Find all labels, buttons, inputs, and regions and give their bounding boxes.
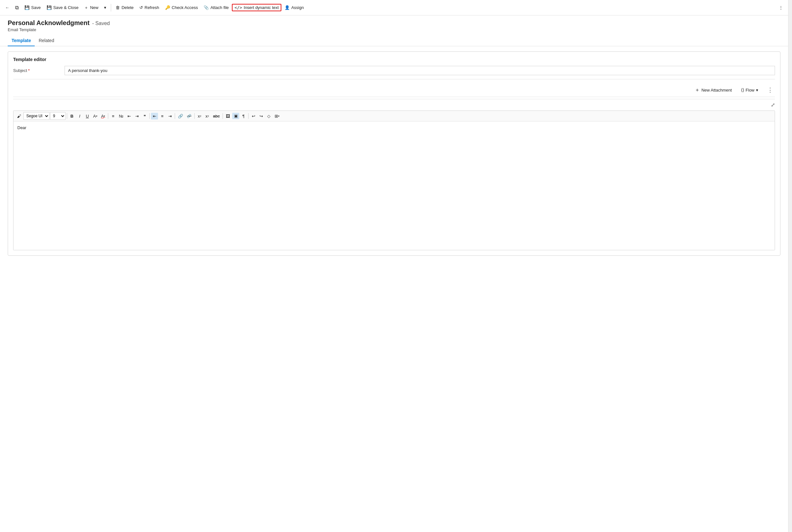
numbering-button[interactable]: № xyxy=(117,113,125,119)
toolbar-divider-1 xyxy=(111,4,111,12)
strikethrough-button[interactable]: abc xyxy=(211,113,221,119)
expand-row: ⤢ xyxy=(13,100,775,109)
rte-toolbar: 🖌 Segoe UI 9 B I xyxy=(14,111,775,121)
superscript-button[interactable]: x2 xyxy=(196,113,203,119)
save-button[interactable]: 💾 Save xyxy=(22,4,43,11)
new-icon: ＋ xyxy=(84,5,88,11)
subscript-button[interactable]: x2 xyxy=(204,113,211,119)
save-close-button[interactable]: 💾 Save & Close xyxy=(44,4,81,11)
redo-button[interactable]: ↪ xyxy=(257,113,265,119)
page-title: Personal Acknowledgment xyxy=(8,19,90,27)
back-icon: ← xyxy=(5,5,9,10)
main-toolbar: ← ⧉ 💾 Save 💾 Save & Close ＋ New ▾ � xyxy=(0,0,788,15)
highlight-button[interactable]: A▾ xyxy=(92,113,99,119)
align-right-button[interactable]: ⇥ xyxy=(166,113,173,119)
format-brush-button[interactable]: 🖌 xyxy=(15,113,23,119)
align-center-button[interactable]: ≡ xyxy=(159,113,166,119)
insert-dynamic-text-button[interactable]: </> Insert dynamic text xyxy=(232,4,281,11)
assign-icon: 👤 xyxy=(285,5,290,10)
rte-sep-2 xyxy=(108,113,108,119)
underline-button[interactable]: U xyxy=(84,113,91,119)
rte-sep-3 xyxy=(149,113,150,119)
refresh-button[interactable]: ↺ Refresh xyxy=(137,4,162,11)
check-access-icon: 🔑 xyxy=(165,5,170,10)
editor-more-button[interactable]: ⋮ xyxy=(765,85,775,95)
increase-indent-button[interactable]: ⇥ xyxy=(133,113,140,119)
insert-table-button[interactable]: ⊞▾ xyxy=(273,113,281,119)
saved-status: - Saved xyxy=(92,21,110,26)
scroll-bar[interactable] xyxy=(788,0,792,532)
flow-icon: ⟨⟩ xyxy=(741,88,744,93)
editor-action-row: ＋ New Attachment ⟨⟩ Flow ▾ ⋮ xyxy=(13,83,775,97)
expand-icon: ⤢ xyxy=(771,102,775,108)
font-color-button[interactable]: A▾ xyxy=(100,113,107,119)
more-options-button[interactable]: ⋮ xyxy=(776,4,786,11)
check-access-button[interactable]: 🔑 Check Access xyxy=(162,4,201,11)
rte-sep-1 xyxy=(67,113,67,119)
editor-divider xyxy=(13,99,775,99)
blockquote-button[interactable]: ❝ xyxy=(141,113,148,119)
clear-button[interactable]: ◇ xyxy=(265,113,272,119)
insert-field-button[interactable]: ▣ xyxy=(232,113,239,119)
assign-button[interactable]: 👤 Assign xyxy=(282,4,306,11)
rte-body[interactable]: Dear xyxy=(14,121,775,250)
chevron-down-icon: ▾ xyxy=(104,5,106,10)
template-editor: Template editor Subject * ＋ New Attachme… xyxy=(8,51,780,256)
tabs-container: Template Related xyxy=(0,35,788,46)
delete-button[interactable]: 🗑 Delete xyxy=(113,4,136,11)
more-icon: ⋮ xyxy=(779,5,783,10)
popup-icon: ⧉ xyxy=(15,5,19,11)
align-left-button[interactable]: ⇤ xyxy=(151,113,158,119)
font-size-select[interactable]: 9 xyxy=(50,112,65,120)
plus-icon: ＋ xyxy=(695,87,700,94)
flow-dropdown-icon: ▾ xyxy=(756,88,758,93)
subject-input[interactable] xyxy=(64,66,775,75)
insert-link-button[interactable]: 🔗 xyxy=(176,113,185,119)
new-button[interactable]: ＋ New xyxy=(82,3,101,12)
page-header: Personal Acknowledgment - Saved Email Te… xyxy=(0,15,788,32)
code-icon: </> xyxy=(234,5,242,10)
bullets-button[interactable]: ≡ xyxy=(110,113,117,119)
rte-sep-5 xyxy=(194,113,195,119)
popup-button[interactable]: ⧉ xyxy=(13,3,21,12)
attach-file-icon: 📎 xyxy=(204,5,209,10)
required-indicator: * xyxy=(28,68,30,73)
delete-icon: 🗑 xyxy=(116,5,120,10)
bold-button[interactable]: B xyxy=(69,113,76,119)
decrease-indent-button[interactable]: ⇤ xyxy=(125,113,133,119)
rte-sep-6 xyxy=(223,113,223,119)
rich-text-editor: 🖌 Segoe UI 9 B I xyxy=(13,111,775,250)
subject-row: Subject * xyxy=(13,66,775,79)
undo-button[interactable]: ↩ xyxy=(250,113,257,119)
new-attachment-button[interactable]: ＋ New Attachment xyxy=(693,86,734,95)
main-content: Template editor Subject * ＋ New Attachme… xyxy=(0,46,788,261)
rte-sep-7 xyxy=(248,113,249,119)
new-dropdown-button[interactable]: ▾ xyxy=(101,4,109,11)
italic-button[interactable]: I xyxy=(76,113,83,119)
remove-link-button[interactable]: 🔗 xyxy=(185,113,193,119)
paragraph-button[interactable]: ¶ xyxy=(240,113,247,119)
insert-image-button[interactable]: 🖼 xyxy=(224,113,232,119)
tab-related[interactable]: Related xyxy=(35,35,58,46)
save-icon: 💾 xyxy=(24,5,30,10)
back-button[interactable]: ← xyxy=(3,4,12,11)
template-editor-title: Template editor xyxy=(13,57,775,62)
rte-sep-4 xyxy=(175,113,175,119)
tab-template[interactable]: Template xyxy=(8,35,35,46)
attach-file-button[interactable]: 📎 Attach file xyxy=(201,4,231,11)
refresh-icon: ↺ xyxy=(139,5,143,10)
flow-button[interactable]: ⟨⟩ Flow ▾ xyxy=(739,86,760,94)
expand-button[interactable]: ⤢ xyxy=(771,102,775,108)
subject-label: Subject * xyxy=(13,68,64,73)
font-family-select[interactable]: Segoe UI xyxy=(23,112,50,120)
save-close-icon: 💾 xyxy=(46,5,52,10)
page-subtitle: Email Template xyxy=(8,27,780,32)
